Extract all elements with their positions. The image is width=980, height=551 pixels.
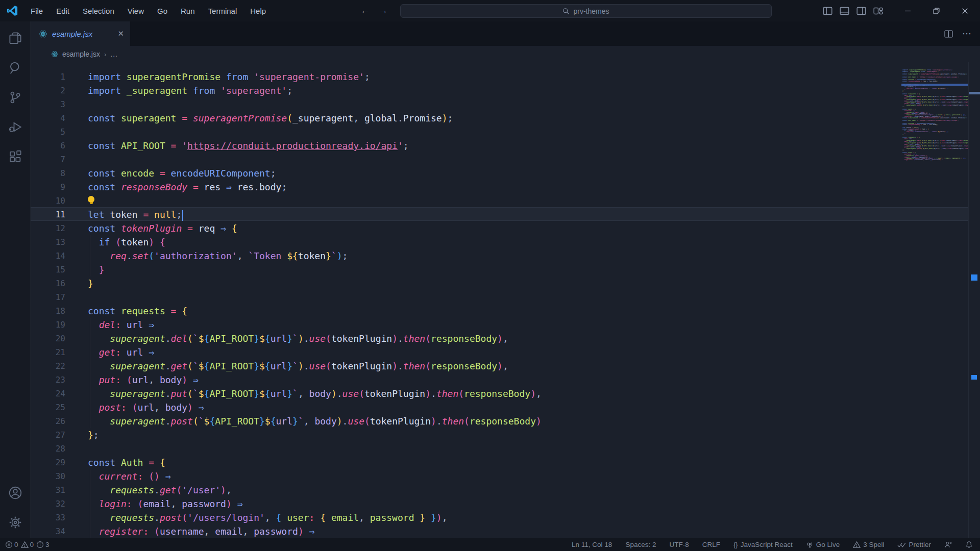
code-line-2[interactable]: import _superagent from 'superagent'; (88, 84, 292, 97)
code-line-33[interactable]: requests.post('/users/login', { user: { … (88, 511, 448, 524)
code-line-8[interactable]: const encode = encodeURIComponent; (88, 166, 276, 180)
accounts-icon[interactable] (3, 480, 28, 506)
run-debug-icon[interactable] (3, 114, 28, 140)
status-indentation[interactable]: Spaces: 2 (625, 541, 656, 548)
toggle-sidebar-icon[interactable] (823, 6, 832, 16)
code-line-21[interactable]: get: url ⇒ (88, 345, 154, 359)
source-control-icon[interactable] (3, 85, 28, 110)
menu-selection[interactable]: Selection (77, 4, 120, 18)
line-number-4: 4 (41, 111, 65, 125)
customize-layout-icon[interactable] (873, 6, 883, 16)
status-spell-checker[interactable]: 3 Spell (853, 541, 884, 548)
menu-view[interactable]: View (122, 4, 150, 18)
code-line-11[interactable]: let token = null; (88, 208, 183, 221)
status-left-0[interactable]: 0 (5, 541, 18, 548)
menu-help[interactable]: Help (244, 4, 272, 18)
status-left-1[interactable]: 0 (21, 541, 34, 548)
nav-forward-icon[interactable]: → (378, 5, 388, 16)
line-number-26: 26 (41, 414, 65, 428)
breadcrumb-file[interactable]: esample.jsx (62, 50, 100, 58)
code-line-9[interactable]: const responseBody = res ⇒ res.body; (88, 180, 287, 194)
line-number-9: 9 (41, 180, 65, 194)
line-number-12: 12 (41, 221, 65, 235)
code-line-29[interactable]: const Auth = { (88, 456, 165, 469)
split-editor-icon[interactable] (944, 30, 953, 38)
close-button[interactable] (950, 0, 979, 21)
code-line-22[interactable]: superagent.get(`${API_ROOT}${url}`).use(… (88, 359, 508, 373)
code-line-24[interactable]: superagent.put(`${API_ROOT}${url}`, body… (88, 387, 542, 400)
info-circle-icon (36, 541, 44, 548)
restore-button[interactable] (922, 0, 950, 21)
line-number-32: 32 (41, 497, 65, 511)
code-line-14[interactable]: req.set('authorization', `Token ${token}… (88, 249, 348, 263)
tab-esample-jsx[interactable]: esample.jsx ✕ (31, 21, 131, 46)
code-line-34[interactable]: register: (username, email, password) ⇒ (88, 524, 314, 538)
line-number-21: 21 (41, 345, 65, 359)
code-editor[interactable]: 1import superagentPromise from 'superage… (31, 62, 980, 538)
menu-file[interactable]: File (25, 4, 48, 18)
line-number-1: 1 (41, 70, 65, 84)
status-prettier[interactable]: Prettier (897, 541, 931, 548)
code-line-1[interactable]: import superagentPromise from 'superagen… (88, 70, 370, 84)
code-line-13[interactable]: if (token) { (88, 235, 165, 249)
line-number-31: 31 (41, 483, 65, 497)
status-eol[interactable]: CRLF (702, 541, 720, 548)
code-line-31[interactable]: requests.get('/user'), (88, 483, 232, 497)
explorer-icon[interactable] (3, 26, 28, 51)
nav-back-icon[interactable]: ← (360, 5, 370, 16)
code-line-25[interactable]: post: (url, body) ⇒ (88, 400, 204, 414)
code-line-27[interactable]: }; (88, 428, 99, 442)
code-line-6[interactable]: const API_ROOT = 'https://conduit.produc… (88, 139, 409, 153)
menu-terminal[interactable]: Terminal (203, 4, 243, 18)
extensions-icon[interactable] (3, 144, 28, 169)
line-number-3: 3 (41, 97, 65, 111)
status-left-2[interactable]: 3 (36, 541, 50, 548)
code-line-30[interactable]: current: () ⇒ (88, 469, 171, 483)
settings-gear-icon[interactable] (3, 510, 28, 535)
code-line-12[interactable]: const tokenPlugin = req ⇒ { (88, 221, 237, 235)
status-language-mode[interactable]: {}JavaScript React (733, 541, 793, 548)
line-number-30: 30 (41, 469, 65, 483)
code-line-23[interactable]: put: (url, body) ⇒ (88, 373, 199, 387)
minimize-button[interactable] (893, 0, 922, 21)
status-feedback[interactable] (944, 541, 952, 548)
react-file-icon-small (51, 51, 58, 58)
code-line-18[interactable]: const requests = { (88, 304, 187, 318)
code-line-32[interactable]: login: (email, password) ⇒ (88, 497, 243, 511)
code-line-16[interactable]: } (88, 277, 93, 290)
menu-run[interactable]: Run (175, 4, 201, 18)
breadcrumb-symbol[interactable]: ... (110, 50, 118, 58)
vscode-logo-icon (7, 5, 18, 16)
toggle-secondary-sidebar-icon[interactable] (856, 6, 866, 16)
status-notifications[interactable] (965, 541, 973, 548)
tab-label: esample.jsx (52, 30, 113, 38)
warning-triangle-icon (853, 541, 861, 548)
code-line-26[interactable]: superagent.post(`${API_ROOT}${url}`, bod… (88, 414, 542, 428)
overview-ruler[interactable] (968, 62, 980, 538)
status-cursor-position[interactable]: Ln 11, Col 18 (572, 541, 612, 548)
search-sidebar-icon[interactable] (3, 55, 28, 81)
code-line-19[interactable]: del: url ⇒ (88, 318, 154, 332)
lightbulb-code-action-icon[interactable] (88, 196, 97, 206)
tab-close-icon[interactable]: ✕ (117, 29, 124, 38)
tab-bar: esample.jsx ✕ ⋯ (31, 21, 980, 46)
ruler-info-marker-2 (971, 375, 977, 380)
line-number-16: 16 (41, 277, 65, 290)
minimap[interactable]: import superagentPromise from 'superagen… (902, 69, 968, 518)
status-go-live[interactable]: Go Live (806, 541, 840, 548)
line-number-29: 29 (41, 456, 65, 469)
command-center-search[interactable]: prv-themes (400, 4, 772, 18)
line-number-33: 33 (41, 511, 65, 524)
status-encoding[interactable]: UTF-8 (669, 541, 689, 548)
toggle-panel-icon[interactable] (840, 6, 849, 16)
ruler-cursor-marker (969, 92, 980, 94)
warning-triangle-icon (21, 541, 29, 548)
code-line-20[interactable]: superagent.del(`${API_ROOT}${url}`).use(… (88, 332, 508, 345)
menu-go[interactable]: Go (152, 4, 173, 18)
menu-edit[interactable]: Edit (51, 4, 75, 18)
line-number-15: 15 (41, 263, 65, 277)
breadcrumb[interactable]: esample.jsx › ... (31, 46, 980, 62)
code-line-15[interactable]: } (88, 263, 105, 277)
code-line-4[interactable]: const superagent = superagentPromise(_su… (88, 111, 453, 125)
more-actions-icon[interactable]: ⋯ (962, 28, 972, 39)
